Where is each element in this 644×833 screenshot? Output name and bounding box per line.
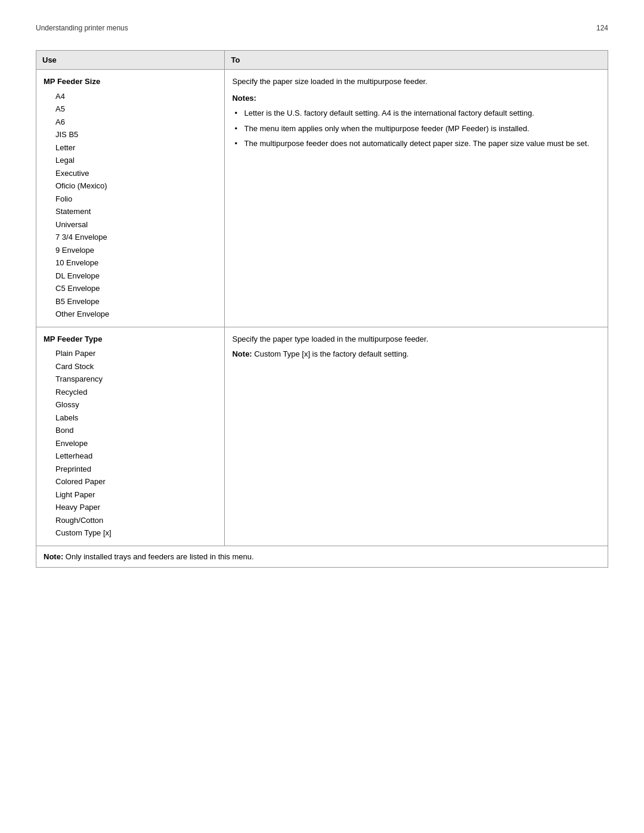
list-item: C5 Envelope	[44, 282, 217, 295]
list-item: DL Envelope	[44, 270, 217, 283]
to-cell-1: Specify the paper size loaded in the mul…	[225, 70, 608, 327]
bullet-item: The menu item applies only when the mult…	[232, 123, 600, 135]
list-item: Bond	[44, 424, 217, 437]
footer-note-bold: Note:	[44, 552, 63, 561]
list-item: 7 3/4 Envelope	[44, 231, 217, 244]
list-item: Letter	[44, 141, 217, 154]
list-item: Folio	[44, 193, 217, 206]
list-item: A6	[44, 116, 217, 129]
list-item: Custom Type [x]	[44, 527, 217, 540]
table-row: MP Feeder Type Plain Paper Card Stock Tr…	[36, 327, 608, 546]
use-items-list-2: Plain Paper Card Stock Transparency Recy…	[44, 347, 217, 540]
list-item: Transparency	[44, 373, 217, 386]
list-item: Preprinted	[44, 463, 217, 476]
footer-row: Note: Only installed trays and feeders a…	[36, 546, 608, 568]
list-item: B5 Envelope	[44, 295, 217, 308]
use-header-2: MP Feeder Type	[44, 333, 217, 345]
list-item: Rough/Cotton	[44, 514, 217, 527]
list-item: Universal	[44, 218, 217, 231]
footer-cell: Note: Only installed trays and feeders a…	[36, 546, 608, 568]
list-item: Statement	[44, 205, 217, 218]
use-items-list-1: A4 A5 A6 JIS B5 Letter Legal Executive O…	[44, 90, 217, 321]
col-header-use: Use	[36, 51, 225, 70]
list-item: Glossy	[44, 398, 217, 411]
page-title: Understanding printer menus	[36, 24, 128, 32]
list-item: Card Stock	[44, 360, 217, 373]
list-item: Envelope	[44, 437, 217, 450]
list-item: Plain Paper	[44, 347, 217, 360]
list-item: Letterhead	[44, 450, 217, 463]
to-cell-2: Specify the paper type loaded in the mul…	[225, 327, 608, 546]
use-header-1: MP Feeder Size	[44, 76, 217, 88]
list-item: Colored Paper	[44, 475, 217, 488]
list-item: Oficio (Mexico)	[44, 179, 217, 193]
list-item: Other Envelope	[44, 308, 217, 321]
use-cell-1: MP Feeder Size A4 A5 A6 JIS B5 Letter Le…	[36, 70, 225, 327]
list-item: Executive	[44, 167, 217, 180]
bullet-list-1: Letter is the U.S. factory default setti…	[232, 107, 600, 150]
list-item: Labels	[44, 411, 217, 425]
note-bold-label: Note:	[232, 349, 252, 358]
to-note-inline: Note: Custom Type [x] is the factory def…	[232, 348, 600, 360]
list-item: JIS B5	[44, 128, 217, 141]
list-item: Recycled	[44, 386, 217, 399]
main-table: Use To MP Feeder Size A4 A5 A6 JIS B5 Le…	[36, 50, 608, 568]
list-item: Light Paper	[44, 488, 217, 501]
list-item: 10 Envelope	[44, 256, 217, 270]
bullet-item: Letter is the U.S. factory default setti…	[232, 107, 600, 119]
list-item: A4	[44, 90, 217, 103]
footer-text: Only installed trays and feeders are lis…	[66, 552, 254, 561]
list-item: A5	[44, 103, 217, 116]
use-cell-2: MP Feeder Type Plain Paper Card Stock Tr…	[36, 327, 225, 546]
note-inline-text: Custom Type [x] is the factory default s…	[254, 349, 408, 358]
page-number: 124	[596, 24, 608, 32]
table-row: MP Feeder Size A4 A5 A6 JIS B5 Letter Le…	[36, 70, 608, 327]
col-header-to: To	[225, 51, 608, 70]
to-text-1: Specify the paper size loaded in the mul…	[232, 76, 600, 88]
to-text-2: Specify the paper type loaded in the mul…	[232, 333, 600, 345]
list-item: Legal	[44, 154, 217, 167]
list-item: Heavy Paper	[44, 501, 217, 514]
list-item: 9 Envelope	[44, 244, 217, 257]
bullet-item: The multipurpose feeder does not automat…	[232, 138, 600, 150]
notes-label-1: Notes:	[232, 92, 600, 104]
